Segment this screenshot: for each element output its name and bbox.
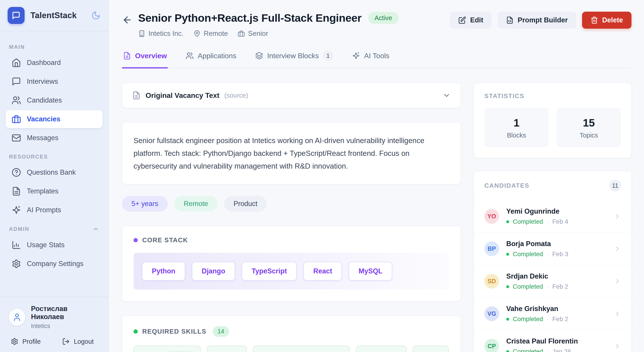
sidebar-item-label: Questions Bank (27, 168, 76, 177)
sidebar-item-vacancies[interactable]: Vacancies (6, 110, 102, 128)
sidebar-item-messages[interactable]: Messages (6, 129, 102, 147)
users-icon (186, 52, 194, 60)
candidate-row[interactable]: SD Srdjan Dekic Completed · Feb 2 (474, 265, 631, 298)
candidate-status: Completed (513, 251, 543, 258)
theme-toggle-button[interactable] (91, 11, 100, 20)
chevron-right-icon (614, 342, 621, 350)
stack-item: TypeScript (242, 262, 297, 281)
layers-icon (255, 52, 263, 60)
edit-button[interactable]: Edit (450, 12, 492, 29)
candidate-row[interactable]: BP Borja Pomata Completed · Feb 3 (474, 233, 631, 265)
candidate-name: Borja Pomata (506, 240, 568, 248)
skills-count-badge: 14 (213, 326, 229, 337)
core-stack-list: Python Django TypeScript React MySQL (134, 253, 450, 289)
chevron-right-icon (614, 310, 621, 317)
map-pin-icon (194, 30, 200, 37)
user-icon (12, 313, 22, 322)
sidebar-item-ai-prompts[interactable]: AI Prompts (6, 201, 102, 219)
profile-label: Profile (22, 338, 41, 345)
candidate-date: Feb 2 (552, 315, 568, 323)
building-icon (138, 30, 145, 37)
nav-section-admin[interactable]: ADMIN (9, 226, 99, 232)
profile-button[interactable]: Profile (11, 338, 41, 345)
users-icon (12, 96, 21, 105)
mail-icon (12, 133, 21, 143)
stat-value: 1 (484, 117, 549, 129)
skill-chip: React (413, 346, 449, 352)
candidate-name: Vahe Grishkyan (506, 305, 568, 313)
tab-label: Overview (135, 52, 167, 60)
avatar: BP (484, 241, 499, 256)
purple-dot-icon (134, 238, 138, 242)
tab-overview[interactable]: Overview (122, 45, 168, 69)
sidebar-item-company-settings[interactable]: Company Settings (6, 255, 102, 273)
candidate-date: Feb 3 (552, 251, 568, 258)
prompt-builder-label: Prompt Builder (518, 16, 568, 24)
nav-section-resources: RESOURCES (9, 154, 99, 160)
sidebar-item-interviews[interactable]: Interviews (6, 73, 102, 90)
tab-applications[interactable]: Applications (185, 45, 237, 69)
level-value: Senior (248, 30, 268, 38)
back-button[interactable] (122, 15, 132, 25)
vacancy-description-card: Senior fullstack engineer position at In… (122, 122, 461, 184)
candidate-row[interactable]: VG Vahe Grishkyan Completed · Feb 2 (474, 298, 631, 330)
stat-value: 15 (557, 117, 621, 129)
sidebar-item-label: Candidates (27, 96, 62, 104)
user-card: Ростислав Николаев Intetics (9, 305, 99, 330)
side-panels: STATISTICS 1 Blocks 15 Topics CANDIDATES… (474, 83, 632, 352)
company-meta: Intetics Inc. (138, 30, 184, 38)
chevron-right-icon (614, 245, 621, 252)
skill-chip: TypeScript (356, 346, 406, 352)
location-meta: Remote (194, 30, 228, 38)
file-code-icon (506, 16, 514, 24)
nav-section-main: MAIN (9, 44, 99, 50)
core-stack-label: CORE STACK (142, 236, 188, 244)
sidebar-item-candidates[interactable]: Candidates (6, 91, 102, 109)
avatar: CP (484, 339, 499, 352)
delete-button[interactable]: Delete (582, 12, 632, 29)
sidebar-item-label: AI Prompts (27, 206, 61, 214)
sidebar-item-dashboard[interactable]: Dashboard (6, 54, 102, 72)
chat-bubble-icon (12, 11, 20, 20)
bar-chart-icon (12, 240, 21, 250)
avatar: YO (484, 209, 499, 224)
tab-label: Applications (198, 52, 236, 60)
edit-icon (458, 16, 466, 24)
candidate-status: Completed (513, 283, 543, 290)
help-circle-icon (12, 168, 21, 177)
status-dot-icon (506, 253, 509, 256)
tab-interview-blocks[interactable]: Interview Blocks 1 (254, 45, 334, 69)
status-dot-icon (506, 350, 509, 352)
type-tag: Product (224, 196, 267, 212)
candidates-label: CANDIDATES (484, 182, 529, 189)
candidate-row[interactable]: CP Cristea Paul Florentin Completed · Ja… (474, 330, 631, 352)
sidebar-item-templates[interactable]: Templates (6, 182, 102, 200)
sparkles-icon (352, 52, 360, 60)
original-vacancy-card[interactable]: Original Vacancy Text (source) (122, 83, 461, 108)
overview-column: Original Vacancy Text (source) Senior fu… (122, 83, 461, 352)
logout-label: Logout (74, 338, 94, 345)
tab-bar: Overview Applications Interview Blocks 1… (122, 45, 632, 69)
user-company: Intetics (31, 323, 99, 330)
skill-chip: Django (207, 346, 247, 352)
statistics-card: STATISTICS 1 Blocks 15 Topics (474, 83, 632, 158)
moon-icon (91, 11, 100, 20)
chevron-down-icon[interactable] (442, 91, 451, 100)
chevron-up-icon (92, 226, 99, 232)
home-icon (12, 58, 21, 67)
delete-label: Delete (602, 16, 623, 24)
candidate-name: Yemi Ogunrinde (506, 207, 568, 215)
company-name: Intetics Inc. (148, 30, 184, 38)
file-text-icon (132, 91, 141, 100)
required-skills-card: REQUIRED SKILLS 14 Python 5+ yrs Django … (122, 316, 461, 352)
logout-button[interactable]: Logout (62, 338, 94, 345)
tab-label: Interview Blocks (267, 52, 319, 60)
sidebar-item-questions-bank[interactable]: Questions Bank (6, 163, 102, 181)
tab-ai-tools[interactable]: AI Tools (351, 45, 390, 69)
candidate-row[interactable]: YO Yemi Ogunrinde Completed · Feb 4 (474, 200, 631, 233)
sidebar-item-usage-stats[interactable]: Usage Stats (6, 236, 102, 254)
app-logo (8, 7, 24, 24)
briefcase-icon (12, 114, 21, 124)
candidates-card: CANDIDATES 11 YO Yemi Ogunrinde Complete… (474, 171, 632, 352)
prompt-builder-button[interactable]: Prompt Builder (498, 12, 576, 29)
